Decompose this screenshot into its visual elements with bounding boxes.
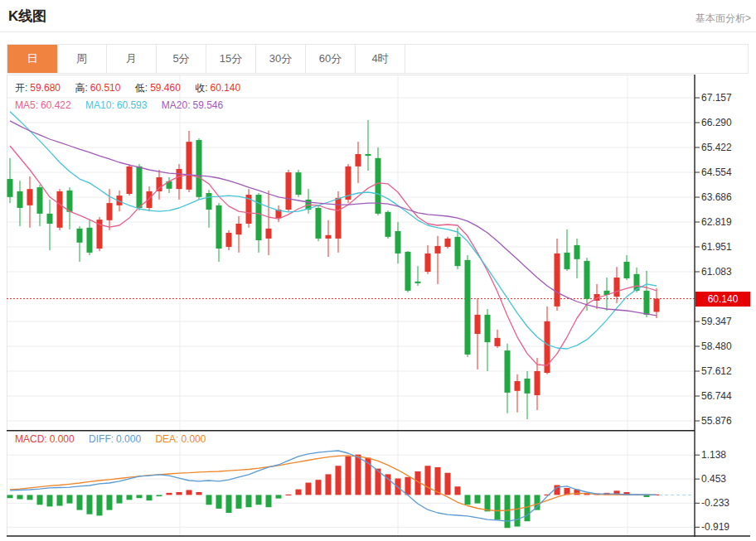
fundamental-analysis-link[interactable]: 基本面分析> — [695, 12, 751, 26]
tab-15分[interactable]: 15分 — [206, 45, 256, 73]
page-title: K线图 — [8, 7, 46, 26]
last-price-tag: 60.140 — [695, 292, 750, 307]
tab-周[interactable]: 周 — [57, 45, 107, 73]
candlestick-chart[interactable] — [7, 75, 750, 430]
tab-60分[interactable]: 60分 — [306, 45, 356, 73]
tab-5分[interactable]: 5分 — [157, 45, 206, 73]
tab-30分[interactable]: 30分 — [256, 45, 306, 73]
period-tabs: 日周月5分15分30分60分4时 — [7, 44, 749, 74]
tab-月[interactable]: 月 — [107, 45, 157, 73]
header-divider — [0, 31, 756, 32]
tab-日[interactable]: 日 — [7, 45, 57, 73]
kline-widget: K线图 基本面分析> 日周月5分15分30分60分4时 开:59.680 高:6… — [0, 0, 756, 541]
tab-4时[interactable]: 4时 — [356, 45, 405, 73]
macd-chart[interactable] — [7, 430, 750, 537]
